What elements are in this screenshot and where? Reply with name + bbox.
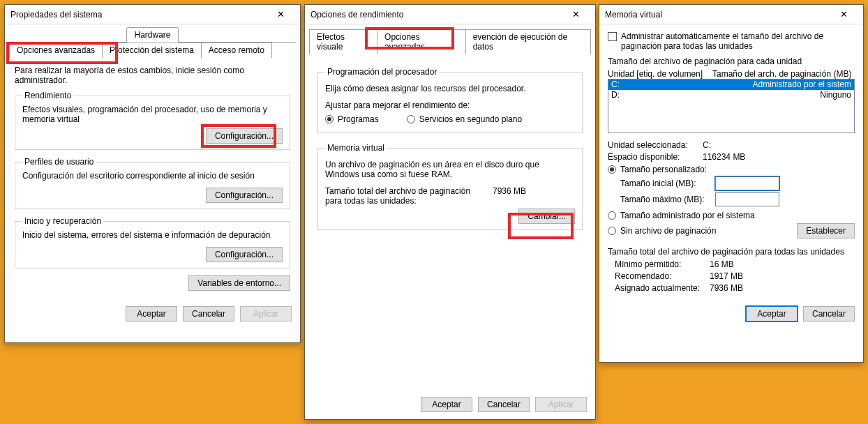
cancel-button[interactable]: Cancelar (183, 306, 234, 321)
close-icon[interactable]: ✕ (267, 6, 294, 23)
min-label: Mínimo permitido: (615, 259, 710, 269)
vmem-desc: Un archivo de paginación es un área en e… (325, 160, 548, 179)
legend-vmem: Memoria virtual (325, 143, 387, 153)
titlebar-perfopt: Opciones de rendimiento ✕ (305, 5, 595, 24)
radio-dot-icon (407, 115, 415, 123)
totals-header: Tamaño total del archivo de paginación p… (608, 247, 855, 257)
set-button[interactable]: Establecer (797, 223, 855, 238)
admin-note: Para realizar la mayoría de estos cambio… (15, 66, 290, 85)
drive-listview[interactable]: C: Administrado por el sistem D: Ninguno (608, 79, 855, 133)
vmem-total-value: 7936 MB (493, 186, 526, 206)
radio-programs-label: Programas (338, 114, 379, 124)
window-system-properties: Propiedades del sistema ✕ x Hardware x O… (4, 4, 301, 343)
title-text: Memoria virtual (605, 10, 662, 20)
auto-manage-label: Administrar automáticamente el tamaño de… (621, 31, 844, 51)
pagefile-each-drive-label: Tamaño del archivo de paginación para ca… (608, 56, 855, 66)
title-text: Propiedades del sistema (10, 10, 102, 20)
profiles-config-button[interactable]: Configuración... (206, 188, 283, 203)
titlebar-vmdlg: Memoria virtual ✕ (599, 5, 863, 24)
recovery-config-button[interactable]: Configuración... (206, 247, 283, 262)
tab-protection[interactable]: Protección del sistema (103, 43, 202, 58)
vmem-total-label: Tamaño total del archivo de paginación p… (325, 186, 479, 206)
legend-profiles: Perfiles de usuario (22, 157, 96, 167)
ok-button[interactable]: Aceptar (746, 306, 798, 321)
tab-hardware[interactable]: Hardware (126, 27, 178, 43)
cur-label: Asignado actualmente: (615, 283, 710, 293)
max-size-label: Tamaño máximo (MB): (620, 195, 710, 204)
radio-system-managed[interactable]: Tamaño administrado por el sistema (608, 211, 855, 220)
env-vars-button[interactable]: Variables de entorno... (188, 275, 290, 291)
apply-button[interactable]: Aplicar (240, 306, 292, 321)
tab-advanced[interactable]: Opciones avanzadas (9, 43, 103, 58)
apply-button[interactable]: Aplicar (535, 397, 587, 412)
radio-dot-icon (608, 211, 616, 220)
perf-desc: Efectos visuales, programación del proce… (22, 105, 283, 124)
max-size-input[interactable] (715, 192, 779, 206)
lv-col-drive: Unidad [etiq. de volumen] (608, 69, 712, 79)
radio-nopage-label: Sin archivo de paginación (620, 226, 716, 236)
list-drive: C: (611, 80, 716, 90)
legend-proc: Programación del procesador (325, 67, 439, 77)
radio-no-paging[interactable]: Sin archivo de paginación (608, 226, 797, 236)
legend-recovery: Inicio y recuperación (22, 216, 103, 226)
radio-custom-label: Tamaño personalizado: (620, 165, 707, 174)
radio-dot-icon (608, 227, 616, 235)
cur-value: 7936 MB (710, 283, 743, 293)
selected-drive-value: C: (703, 140, 711, 150)
proc-adjust: Ajustar para mejorar el rendimiento de: (325, 100, 575, 110)
group-virtual-memory: Memoria virtual Un archivo de paginación… (317, 143, 583, 230)
rec-label: Recomendado: (615, 271, 710, 281)
checkbox-icon (608, 32, 617, 41)
radio-dot-icon (325, 115, 334, 123)
list-size: Ninguno (716, 90, 851, 100)
ok-button[interactable]: Aceptar (126, 306, 177, 321)
close-icon[interactable]: ✕ (562, 6, 590, 23)
close-icon[interactable]: ✕ (830, 6, 858, 23)
radio-programs[interactable]: Programas (325, 114, 379, 124)
group-processor-scheduling: Programación del procesador Elija cómo d… (317, 67, 583, 133)
cancel-button[interactable]: Cancelar (478, 397, 530, 412)
initial-size-label: Tamaño inicial (MB): (620, 179, 710, 188)
free-space-label: Espacio disponible: (608, 152, 703, 162)
group-performance: Rendimiento Efectos visuales, programaci… (15, 91, 290, 150)
radio-sysmanaged-label: Tamaño administrado por el sistema (620, 211, 755, 220)
checkbox-auto-manage[interactable]: Administrar automáticamente el tamaño de… (608, 31, 844, 51)
radio-custom-size[interactable]: Tamaño personalizado: (608, 165, 855, 174)
titlebar-sysprops: Propiedades del sistema ✕ (5, 5, 300, 24)
title-text: Opciones de rendimiento (310, 10, 403, 20)
radio-background-services[interactable]: Servicios en segundo plano (407, 114, 522, 124)
lv-col-size: Tamaño del arch. de paginación (MB) (712, 69, 855, 79)
selected-drive-label: Unidad seleccionada: (608, 140, 703, 150)
recovery-desc: Inicio del sistema, errores del sistema … (22, 230, 283, 240)
tab-advanced[interactable]: Opciones avanzadas (377, 29, 466, 54)
change-button[interactable]: Cambiar... (518, 209, 575, 224)
cancel-button[interactable]: Cancelar (803, 306, 855, 321)
window-virtual-memory: Memoria virtual ✕ Administrar automática… (599, 4, 864, 363)
legend-performance: Rendimiento (22, 91, 73, 100)
group-recovery: Inicio y recuperación Inicio del sistema… (15, 216, 290, 268)
profiles-desc: Configuración del escritorio correspondi… (22, 171, 283, 181)
tab-visual-effects[interactable]: Efectos visuale (309, 29, 377, 54)
list-item[interactable]: D: Ninguno (608, 90, 854, 100)
proc-desc: Elija cómo desea asignar los recursos de… (325, 84, 575, 93)
min-value: 16 MB (710, 259, 734, 269)
tab-dep[interactable]: evención de ejecución de datos (466, 29, 591, 54)
perf-config-button[interactable]: Configuración... (206, 128, 283, 144)
list-drive: D: (611, 90, 716, 100)
group-profiles: Perfiles de usuario Configuración del es… (15, 157, 290, 209)
radio-dot-icon (608, 165, 616, 174)
rec-value: 1917 MB (710, 271, 743, 281)
radio-services-label: Servicios en segundo plano (419, 114, 522, 124)
ok-button[interactable]: Aceptar (421, 397, 472, 412)
tab-remote[interactable]: Acceso remoto (202, 43, 272, 58)
initial-size-input[interactable] (715, 176, 779, 190)
free-space-value: 116234 MB (703, 152, 745, 162)
list-item[interactable]: C: Administrado por el sistem (608, 80, 854, 90)
window-performance-options: Opciones de rendimiento ✕ Efectos visual… (304, 4, 596, 420)
list-size: Administrado por el sistem (716, 80, 851, 90)
